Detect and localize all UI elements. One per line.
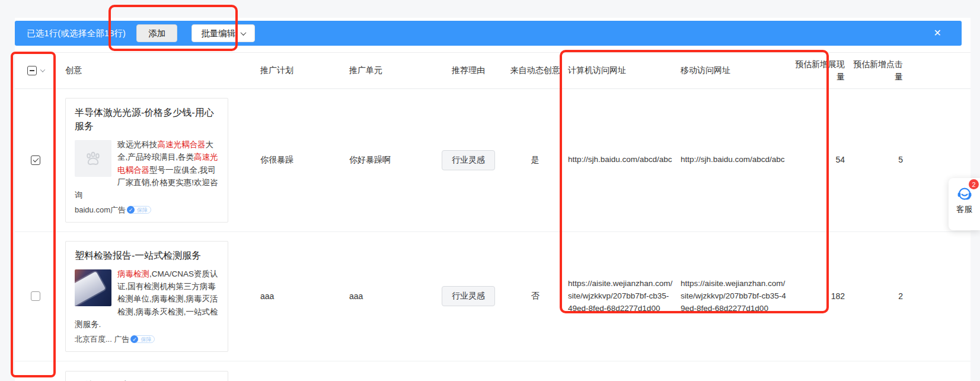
- creative-cell: 对外汉语教师资格证前景如何 国际汉语教师这个职业自打问世以来就受到了广泛的关注,…: [56, 362, 252, 381]
- table-row: 对外汉语教师资格证前景如何 国际汉语教师这个职业自打问世以来就受到了广泛的关注,…: [15, 361, 971, 381]
- unit-cell: 你好暴躁啊: [341, 155, 430, 166]
- creative-cell: 半导体激光光源-价格多少钱-用心服务 致远光科技高速光耦合器大全,产品玲琅满目,…: [56, 89, 252, 231]
- row-checkbox[interactable]: [31, 155, 40, 165]
- creative-body: 致远光科技高速光耦合器大全,产品玲琅满目,各类高速光电耦合器型号一应俱全,我司厂…: [75, 138, 219, 201]
- chevron-down-icon: [241, 30, 247, 36]
- header-mobile-url: 移动访问网址: [676, 65, 791, 76]
- creative-card[interactable]: 对外汉语教师资格证前景如何 国际汉语教师这个职业自打问世以来就受到了广泛的关注,…: [65, 371, 228, 381]
- pc-url-text: http://sjh.baidu.com/abcd/abc: [568, 154, 673, 166]
- select-dropdown-chevron-icon[interactable]: [40, 67, 44, 72]
- reason-cell: 行业灵感: [430, 286, 507, 306]
- table-body: 半导体激光光源-价格多少钱-用心服务 致远光科技高速光耦合器大全,产品玲琅满目,…: [15, 89, 971, 381]
- creative-source: 北京百度... 广告: [75, 334, 129, 345]
- creative-card[interactable]: 半导体激光光源-价格多少钱-用心服务 致远光科技高速光耦合器大全,产品玲琅满目,…: [65, 98, 228, 223]
- pc-url-cell: http://sjh.baidu.com/abcd/abc: [563, 154, 676, 166]
- header-est-impressions: 预估新增展现量: [791, 58, 848, 83]
- table-row: 塑料检验报告-一站式检测服务 病毒检测,CMA/CNAS资质认证,国有检测机构第…: [15, 232, 971, 361]
- row-checkbox[interactable]: [31, 291, 40, 301]
- creative-title: 半导体激光光源-价格多少钱-用心服务: [75, 106, 219, 133]
- mobile-url-cell: https://aisite.wejianzhan.com/site/wjzkk…: [676, 278, 791, 315]
- mobile-url-cell: http://sjh.baidu.com/abcd/abc: [676, 154, 791, 166]
- reason-cell: 行业灵感: [430, 150, 507, 170]
- header-unit: 推广单元: [341, 65, 430, 76]
- reason-tag-button[interactable]: 行业灵感: [442, 150, 495, 170]
- from-dynamic-cell: 否: [507, 291, 563, 301]
- plan-cell: 你很暴躁: [252, 155, 341, 166]
- batch-edit-label: 批量编辑: [201, 28, 235, 39]
- pc-url-cell: https://aisite.wejianzhan.com/site/wjzkk…: [563, 278, 676, 315]
- page: 已选1行(或选择全部18行) 添加 批量编辑 ✕ 创意 推广计划 推广单元 推荐…: [0, 0, 980, 381]
- unit-cell: aaa: [341, 291, 430, 301]
- header-from-dynamic: 来自动态创意: [507, 65, 563, 76]
- selection-bar: 已选1行(或选择全部18行) 添加 批量编辑 ✕: [15, 21, 962, 46]
- impressions-cell: 54: [791, 154, 848, 166]
- clicks-cell: 2: [848, 290, 910, 303]
- creative-title: 塑料检验报告-一站式检测服务: [75, 249, 219, 263]
- creative-body: 病毒检测,CMA/CNAS资质认证,国有检测机构第三方病毒检测单位,病毒检测,病…: [75, 268, 219, 330]
- batch-edit-button[interactable]: 批量编辑: [191, 24, 255, 42]
- creative-cell: 塑料检验报告-一站式检测服务 病毒检测,CMA/CNAS资质认证,国有检测机构第…: [56, 232, 252, 361]
- creative-thumbnail: [75, 269, 111, 306]
- table-header-row: 创意 推广计划 推广单元 推荐理由 来自动态创意 计算机访问网址 移动访问网址 …: [15, 52, 971, 89]
- close-icon[interactable]: ✕: [934, 28, 941, 38]
- plan-cell: aaa: [252, 291, 341, 301]
- header-est-clicks: 预估新增点击量: [848, 58, 910, 83]
- customer-service-widget[interactable]: 2 客服: [949, 178, 980, 230]
- creative-thumbnail: [75, 140, 111, 177]
- creative-source: baidu.com广告: [75, 205, 126, 215]
- content-panel: 已选1行(或选择全部18行) 添加 批量编辑 ✕ 创意 推广计划 推广单元 推荐…: [15, 18, 971, 381]
- header-pc-url: 计算机访问网址: [563, 65, 676, 76]
- creative-card[interactable]: 塑料检验报告-一站式检测服务 病毒检测,CMA/CNAS资质认证,国有检测机构第…: [65, 241, 228, 352]
- mobile-url-text: https://aisite.wejianzhan.com/site/wjzkk…: [681, 278, 789, 315]
- guarantee-badge: ✓ 保障: [127, 206, 151, 214]
- guarantee-badge: ✓ 保障: [130, 335, 155, 343]
- header-checkbox-cell: [15, 66, 56, 75]
- notification-badge: 2: [969, 179, 979, 189]
- from-dynamic-cell: 是: [507, 155, 563, 166]
- row-checkbox-cell: [15, 155, 56, 165]
- creative-footer: 北京百度... 广告 ✓ 保障: [75, 331, 219, 345]
- row-checkbox-cell: [15, 291, 56, 301]
- service-label: 客服: [956, 204, 972, 215]
- creatives-table: 创意 推广计划 推广单元 推荐理由 来自动态创意 计算机访问网址 移动访问网址 …: [15, 52, 971, 381]
- header-reason: 推荐理由: [430, 65, 507, 76]
- pc-url-text: https://aisite.wejianzhan.com/site/wjzkk…: [568, 278, 673, 315]
- header-plan: 推广计划: [252, 65, 341, 76]
- table-row: 半导体激光光源-价格多少钱-用心服务 致远光科技高速光耦合器大全,产品玲琅满目,…: [15, 89, 971, 232]
- paw-icon: [82, 148, 104, 169]
- badge-label: 保障: [132, 206, 151, 214]
- clicks-cell: 5: [848, 154, 910, 166]
- reason-tag-button[interactable]: 行业灵感: [442, 286, 495, 306]
- creative-footer: baidu.com广告 ✓ 保障: [75, 201, 219, 215]
- mobile-url-text: http://sjh.baidu.com/abcd/abc: [681, 154, 789, 166]
- header-creative: 创意: [56, 65, 252, 76]
- add-button[interactable]: 添加: [136, 24, 177, 42]
- impressions-cell: 182: [791, 290, 848, 303]
- select-all-checkbox[interactable]: [27, 66, 37, 75]
- selection-count-label: 已选1行(或选择全部18行): [27, 28, 126, 39]
- badge-label: 保障: [136, 335, 155, 343]
